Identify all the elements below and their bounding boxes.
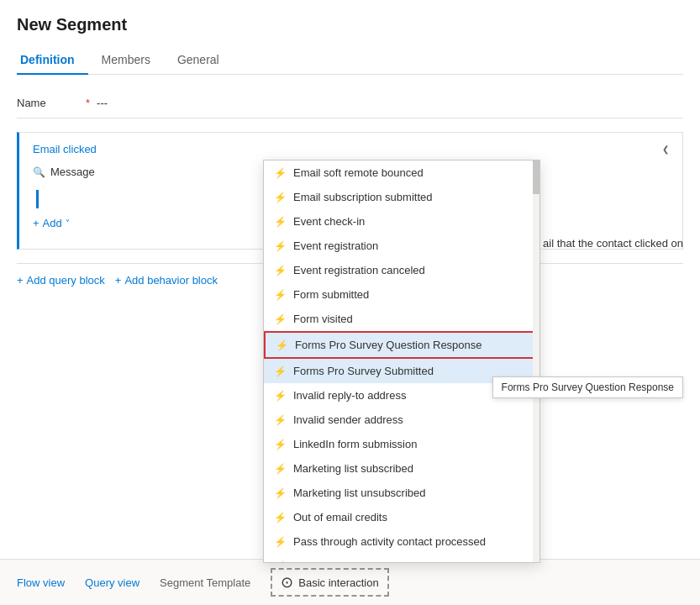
tooltip-text: Forms Pro Survey Question Response <box>502 381 674 393</box>
tab-members[interactable]: Members <box>88 46 164 75</box>
plus-icon: + <box>33 217 39 229</box>
item-label: Event registration <box>293 239 378 252</box>
list-item[interactable]: ⚡ Marketing list unsubscribed <box>264 481 539 505</box>
lightning-icon: ⚡ <box>274 560 287 564</box>
template-icon: ⊙ <box>281 573 293 592</box>
scrollbar-track <box>533 160 539 562</box>
item-label: Forms Pro Survey Submitted <box>293 365 434 377</box>
list-item[interactable]: ⚡ Form submitted <box>264 282 539 307</box>
segment-block-title: Email clicked <box>33 143 662 155</box>
query-view-link[interactable]: Query view <box>85 576 139 589</box>
dropdown-overlay: ⚡ Email soft remote bounced ⚡ Email subs… <box>263 160 540 563</box>
lightning-icon: ⚡ <box>274 390 287 402</box>
list-item[interactable]: ⚡ Event check-in <box>264 209 539 234</box>
message-label: Message <box>50 166 95 178</box>
item-label: Invalid sender address <box>293 413 403 426</box>
list-item[interactable]: ⚡ LinkedIn form submission <box>264 432 539 456</box>
item-label: Redirect link clicked <box>293 560 390 563</box>
lightning-icon: ⚡ <box>274 265 287 276</box>
lightning-icon: ⚡ <box>274 167 287 179</box>
list-item[interactable]: ⚡ Redirect link clicked <box>264 554 539 563</box>
tab-general[interactable]: General <box>164 46 233 75</box>
item-label: LinkedIn form submission <box>293 438 417 450</box>
lightning-icon: ⚡ <box>276 339 288 351</box>
footer-bar: Flow view Query view Segment Template ⊙ … <box>0 559 700 605</box>
add-behavior-block-button[interactable]: + Add behavior block <box>115 271 228 290</box>
item-label: Invalid reply-to address <box>293 389 406 402</box>
lightning-icon: ⚡ <box>274 463 287 475</box>
lightning-icon: ⚡ <box>274 439 287 450</box>
blue-bar <box>36 190 39 208</box>
scrollbar-thumb[interactable] <box>533 160 539 194</box>
right-info-text: ail that the contact clicked on <box>543 237 683 250</box>
page-title: New Segment <box>17 15 683 34</box>
item-label: Marketing list unsubscribed <box>293 487 426 499</box>
lightning-icon: ⚡ <box>274 536 287 548</box>
forms-pro-question-item[interactable]: ⚡ Forms Pro Survey Question Response <box>264 331 539 359</box>
name-label: Name <box>17 97 84 109</box>
template-badge: ⊙ Basic interaction <box>271 568 388 597</box>
lightning-icon: ⚡ <box>274 240 287 252</box>
item-label: Pass through activity contact processed <box>293 535 486 548</box>
tooltip-box: Forms Pro Survey Question Response <box>492 376 683 398</box>
lightning-icon: ⚡ <box>274 192 287 203</box>
dropdown-list: ⚡ Email soft remote bounced ⚡ Email subs… <box>264 160 539 563</box>
item-label: Forms Pro Survey Question Response <box>295 339 482 351</box>
add-button[interactable]: + Add ˅ <box>33 217 70 229</box>
item-label: Event check-in <box>293 215 365 228</box>
lightning-icon: ⚡ <box>274 512 287 523</box>
list-item[interactable]: ⚡ Form visited <box>264 307 539 331</box>
required-star: * <box>86 97 90 109</box>
flow-view-link[interactable]: Flow view <box>17 576 65 589</box>
chevron-down-icon[interactable]: ❮ <box>662 145 669 154</box>
search-icon: 🔍 <box>33 166 45 178</box>
list-item[interactable]: ⚡ Marketing list subscribed <box>264 456 539 481</box>
item-label: Marketing list subscribed <box>293 462 413 475</box>
lightning-icon: ⚡ <box>274 366 287 377</box>
name-value: --- <box>97 97 108 109</box>
list-item[interactable]: ⚡ Out of email credits <box>264 505 539 529</box>
lightning-icon: ⚡ <box>274 487 287 499</box>
plus-icon: + <box>17 274 24 287</box>
segment-block-header: Email clicked ❮ <box>33 143 669 155</box>
item-label: Form submitted <box>293 288 369 301</box>
template-value: Basic interaction <box>298 576 378 589</box>
item-label: Email subscription submitted <box>293 191 432 203</box>
template-label: Segment Template <box>160 576 250 589</box>
list-item[interactable]: ⚡ Event registration canceled <box>264 258 539 282</box>
list-item[interactable]: ⚡ Email soft remote bounced <box>264 160 539 185</box>
chevron-down-icon: ˅ <box>66 218 70 228</box>
item-label: Email soft remote bounced <box>293 166 424 179</box>
item-label: Out of email credits <box>293 511 387 523</box>
list-item[interactable]: ⚡ Pass through activity contact processe… <box>264 529 539 554</box>
tabs-bar: Definition Members General <box>17 46 683 75</box>
list-item[interactable]: ⚡ Email subscription submitted <box>264 185 539 209</box>
lightning-icon: ⚡ <box>274 216 287 228</box>
list-item[interactable]: ⚡ Event registration <box>264 234 539 258</box>
lightning-icon: ⚡ <box>274 313 287 325</box>
page-wrapper: New Segment Definition Members General N… <box>0 0 700 605</box>
list-item[interactable]: ⚡ Invalid sender address <box>264 408 539 432</box>
plus-icon: + <box>115 274 122 287</box>
lightning-icon: ⚡ <box>274 414 287 426</box>
tab-definition[interactable]: Definition <box>17 46 88 75</box>
add-query-block-button[interactable]: + Add query block <box>17 271 115 290</box>
item-label: Event registration canceled <box>293 264 425 276</box>
item-label: Form visited <box>293 313 353 325</box>
page-header: New Segment Definition Members General <box>0 0 700 75</box>
name-row: Name * --- <box>17 88 683 118</box>
lightning-icon: ⚡ <box>274 289 287 301</box>
